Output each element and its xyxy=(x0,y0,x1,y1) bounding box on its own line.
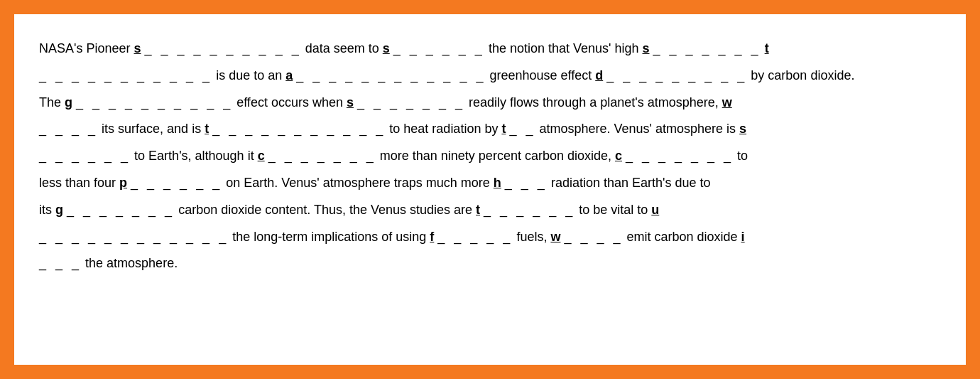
letter-s5: s xyxy=(739,122,746,136)
blank-line7-1: _ _ _ _ _ _ _ xyxy=(67,197,175,224)
text-line6-pre: less than four xyxy=(39,176,119,190)
blank-line6-2: _ _ _ xyxy=(505,170,548,197)
letter-g2: g xyxy=(55,203,63,217)
text-line7-mid2: to be vital to xyxy=(579,203,651,217)
text-line3-pre: The xyxy=(39,95,65,110)
letter-f1: f xyxy=(430,230,434,244)
blank-s1: _ _ _ _ _ _ _ _ _ _ xyxy=(145,36,302,63)
blank-line2-3: _ _ _ _ _ _ _ _ _ xyxy=(606,63,747,90)
blank-line8-1: _ _ _ _ _ _ _ _ _ _ _ _ xyxy=(39,224,229,251)
blank-line5-2: _ _ _ _ _ _ _ xyxy=(268,143,376,170)
blank-line5-3: _ _ _ _ _ _ _ xyxy=(626,143,734,170)
text-line3-mid: effect occurs when xyxy=(236,95,347,110)
letter-s4: s xyxy=(347,95,354,110)
text-line1-mid: data seem to xyxy=(305,41,383,55)
blank-line9-1: _ _ _ xyxy=(39,250,82,277)
letter-s2: s xyxy=(383,41,390,55)
letter-t3: t xyxy=(501,122,506,136)
text-line3-mid2: readily flows through a planet's atmosph… xyxy=(469,95,722,110)
text-line5-mid2: more than ninety percent carbon dioxide, xyxy=(380,149,615,163)
text-line6-mid: on Earth. Venus' atmosphere traps much m… xyxy=(226,176,494,190)
text-line2-end: by carbon dioxide. xyxy=(747,68,854,82)
text-line8-mid3: emit carbon dioxide xyxy=(627,230,741,244)
letter-s1: s xyxy=(134,41,141,55)
letter-c2: c xyxy=(615,149,622,163)
text-line6-end: radiation than Earth's due to xyxy=(551,176,711,190)
letter-h1: h xyxy=(494,176,501,190)
blank-line2-2: _ _ _ _ _ _ _ _ _ _ _ _ xyxy=(296,63,486,90)
text-line5-mid: to Earth's, although it xyxy=(134,149,258,163)
letter-t1: t xyxy=(765,41,769,55)
blank-line4-3: _ _ xyxy=(509,116,535,143)
letter-p1: p xyxy=(119,176,127,190)
text-line2-mid: is due to an xyxy=(216,68,285,82)
blank-line8-2: _ _ _ _ _ xyxy=(437,224,513,251)
text-line7-mid: carbon dioxide content. Thus, the Venus … xyxy=(178,203,476,217)
blank-line6-1: _ _ _ _ _ _ xyxy=(131,170,222,197)
letter-a1: a xyxy=(285,68,293,82)
letter-w1: w xyxy=(722,95,732,110)
text-line1-mid2: the notion that Venus' high xyxy=(489,41,643,55)
text-line7-pre: its xyxy=(39,203,55,217)
letter-g1: g xyxy=(65,95,72,110)
text-line4-mid: its surface, and is xyxy=(102,122,205,136)
letter-i1: i xyxy=(741,230,745,244)
blank-line3-1: _ _ _ _ _ _ _ _ _ _ xyxy=(76,90,233,117)
text-line4-mid2: to heat radiation by xyxy=(389,122,501,136)
letter-s3: s xyxy=(642,41,649,55)
text-line4-mid3: atmosphere. Venus' atmosphere is xyxy=(539,122,739,136)
content-box: NASA's Pioneer s _ _ _ _ _ _ _ _ _ _ dat… xyxy=(14,14,966,365)
letter-t4: t xyxy=(476,203,480,217)
text-line2-mid2: greenhouse effect xyxy=(489,68,595,82)
text-content: NASA's Pioneer s _ _ _ _ _ _ _ _ _ _ dat… xyxy=(39,36,941,277)
blank-line8-3: _ _ _ _ xyxy=(564,224,623,251)
blank-line2-1: _ _ _ _ _ _ _ _ _ _ _ xyxy=(39,63,212,90)
text-line8-mid2: fuels, xyxy=(516,230,550,244)
letter-d1: d xyxy=(595,68,603,82)
blank-s2: _ _ _ _ _ _ xyxy=(393,36,485,63)
letter-w2: w xyxy=(550,230,560,244)
letter-t2: t xyxy=(205,122,209,136)
text-line5-end: to xyxy=(734,149,748,163)
blank-line4-2: _ _ _ _ _ _ _ _ _ _ _ xyxy=(212,116,386,143)
blank-s3: _ _ _ _ _ _ _ xyxy=(653,36,761,63)
letter-u1: u xyxy=(651,203,659,217)
blank-line7-2: _ _ _ _ _ _ xyxy=(484,197,575,224)
blank-line5-1: _ _ _ _ _ _ xyxy=(39,143,131,170)
text-line1-pre: NASA's Pioneer xyxy=(39,41,134,55)
text-line8-mid: the long-term implications of using xyxy=(232,230,430,244)
letter-c1: c xyxy=(258,149,265,163)
text-line9-end: the atmosphere. xyxy=(85,256,178,270)
outer-frame: NASA's Pioneer s _ _ _ _ _ _ _ _ _ _ dat… xyxy=(0,0,980,379)
blank-line4-1: _ _ _ _ xyxy=(39,116,98,143)
blank-line3-2: _ _ _ _ _ _ _ xyxy=(357,90,465,117)
